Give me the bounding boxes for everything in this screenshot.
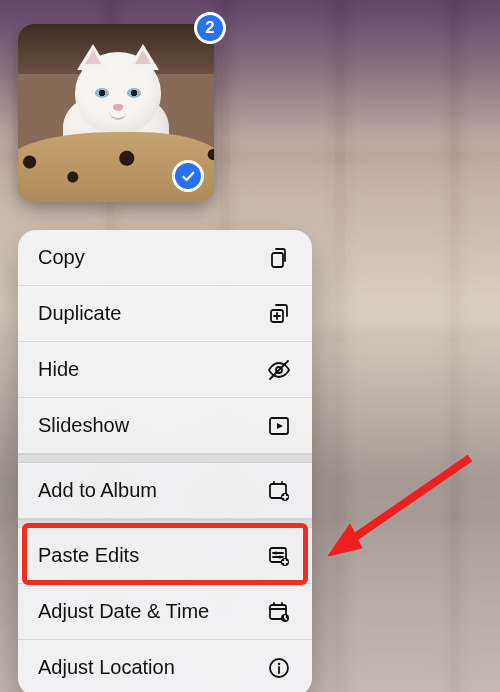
svg-marker-27 (328, 524, 362, 556)
menu-item-paste-edits[interactable]: Paste Edits (18, 528, 312, 584)
svg-line-26 (348, 458, 470, 542)
copy-icon (266, 245, 292, 271)
info-icon (266, 655, 292, 681)
menu-separator (18, 519, 312, 528)
check-icon (180, 168, 196, 184)
play-square-icon (266, 413, 292, 439)
menu-item-label: Paste Edits (38, 544, 139, 567)
menu-item-label: Adjust Location (38, 656, 175, 679)
menu-item-label: Copy (38, 246, 85, 269)
menu-separator (18, 454, 312, 463)
menu-item-add-to-album[interactable]: Add to Album (18, 463, 312, 519)
menu-item-label: Adjust Date & Time (38, 600, 209, 623)
menu-item-adjust-date-time[interactable]: Adjust Date & Time (18, 584, 312, 640)
svg-point-24 (278, 662, 280, 664)
menu-item-label: Duplicate (38, 302, 121, 325)
selection-count-badge: 2 (194, 12, 226, 44)
svg-marker-7 (277, 423, 283, 429)
selected-photo-thumbnail[interactable]: 2 (18, 24, 214, 202)
menu-item-slideshow[interactable]: Slideshow (18, 398, 312, 454)
eye-slash-icon (266, 357, 292, 383)
menu-item-hide[interactable]: Hide (18, 342, 312, 398)
sliders-plus-icon (266, 543, 292, 569)
annotation-arrow (320, 440, 490, 570)
menu-item-duplicate[interactable]: Duplicate (18, 286, 312, 342)
photos-grid-background: 2 Copy Duplicate Hide Slideshow (0, 0, 500, 692)
svg-point-14 (274, 551, 277, 554)
duplicate-icon (266, 301, 292, 327)
menu-item-adjust-location[interactable]: Adjust Location (18, 640, 312, 692)
menu-item-label: Slideshow (38, 414, 129, 437)
menu-item-label: Hide (38, 358, 79, 381)
svg-rect-0 (272, 253, 283, 267)
context-menu: Copy Duplicate Hide Slideshow Add (18, 230, 312, 692)
menu-item-label: Add to Album (38, 479, 157, 502)
album-plus-icon (266, 478, 292, 504)
svg-point-16 (278, 555, 281, 558)
selection-check-badge (172, 160, 204, 192)
calendar-clock-icon (266, 599, 292, 625)
menu-item-copy[interactable]: Copy (18, 230, 312, 286)
